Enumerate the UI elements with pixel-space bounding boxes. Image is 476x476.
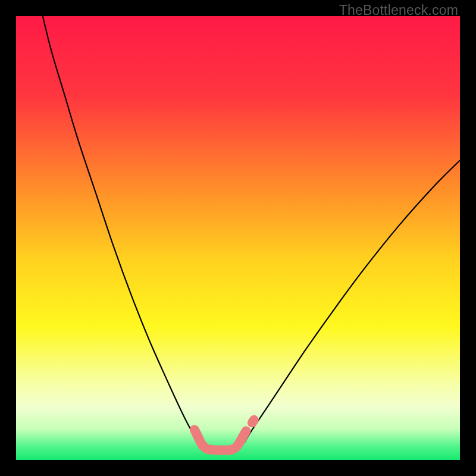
chart-frame: TheBottleneck.com bbox=[0, 0, 476, 476]
curves-layer bbox=[16, 16, 460, 460]
series-bottom-squiggle bbox=[195, 430, 246, 450]
series-right-curve bbox=[245, 160, 460, 442]
plot-area bbox=[16, 16, 460, 460]
watermark-text: TheBottleneck.com bbox=[339, 2, 458, 18]
series-bottom-dot bbox=[252, 420, 254, 422]
series-left-curve bbox=[43, 16, 201, 444]
